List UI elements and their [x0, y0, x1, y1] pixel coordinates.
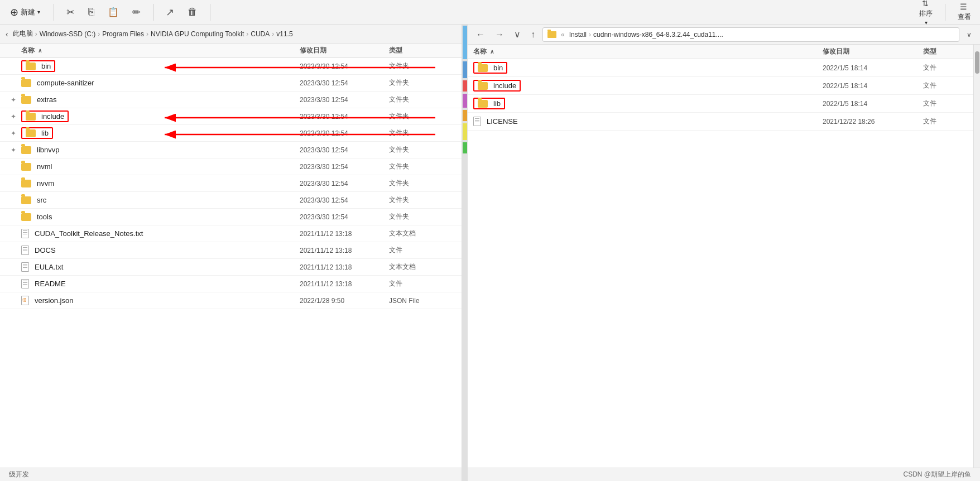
breadcrumb-cuda[interactable]: CUDA: [251, 30, 270, 38]
view-button[interactable]: ☰ 查看: [954, 1, 974, 23]
file-name: EULA.txt: [35, 263, 300, 271]
col-date: 2023/3/30 12:54: [300, 79, 389, 87]
right-col-header-name[interactable]: 名称 ∧: [473, 47, 823, 56]
copy-button[interactable]: ⎘: [85, 5, 98, 19]
folder-icon: [478, 64, 488, 72]
sort-label: 排序: [919, 9, 933, 18]
dropdown-button[interactable]: ∨: [964, 30, 974, 40]
share-button[interactable]: ↗: [162, 5, 177, 20]
paste-button[interactable]: 📋: [104, 6, 122, 18]
table-row[interactable]: bin 2022/1/5 18:14 文件: [468, 59, 973, 77]
col-type: 文件: [389, 246, 456, 255]
file-name: lib: [41, 129, 49, 137]
table-row[interactable]: ✦ libnvvp 2023/3/30 12:54 文件夹: [0, 142, 462, 158]
col-name: lib: [473, 98, 823, 109]
breadcrumb-nvidia[interactable]: NVIDIA GPU Computing Toolkit: [151, 30, 244, 38]
folder-icon: [26, 129, 36, 137]
col-name: nvml: [21, 162, 300, 171]
col-name: bin: [473, 62, 823, 74]
breadcrumb-pc[interactable]: 此电脑: [13, 29, 33, 39]
sort-button[interactable]: ⇅ 排序 ▾: [916, 0, 936, 27]
col-type: 文件: [389, 279, 456, 288]
table-row[interactable]: lib 2022/1/5 18:14 文件: [468, 95, 973, 113]
table-row[interactable]: LICENSE 2021/12/22 18:26 文件: [468, 113, 973, 131]
view-icon: ☰: [960, 2, 967, 11]
table-row[interactable]: ✦ lib 2023/3/30 12:54 文件夹: [0, 125, 462, 142]
table-row[interactable]: ✦ extras 2023/3/30 12:54 文件夹: [0, 92, 462, 108]
col-header-date[interactable]: 修改日期: [300, 46, 389, 55]
file-name: nvvm: [37, 179, 300, 187]
file-name: lib: [493, 99, 501, 108]
new-label: 新建: [21, 7, 35, 17]
table-row[interactable]: EULA.txt 2021/11/12 13:18 文本文档: [0, 259, 462, 276]
table-row[interactable]: tools 2023/3/30 12:54 文件夹: [0, 209, 462, 225]
right-col-header-type[interactable]: 类型: [923, 47, 968, 56]
folder-icon: [478, 100, 488, 108]
col-name: EULA.txt: [21, 262, 300, 272]
chevron-down-icon: ▾: [37, 9, 40, 15]
sort-chevron-name: ∧: [38, 47, 42, 54]
new-button[interactable]: ⊕ 新建 ▾: [6, 4, 45, 21]
col-type: 文件夹: [389, 95, 456, 104]
folder-icon: [21, 146, 31, 154]
table-row[interactable]: bin 2023/3/30 12:54 文件夹: [0, 58, 462, 75]
col-type: 文件夹: [389, 145, 456, 155]
rename-button[interactable]: ✏: [129, 5, 144, 20]
col-header-name[interactable]: 名称 ∧: [21, 46, 300, 55]
table-row[interactable]: src 2023/3/30 12:54 文件夹: [0, 192, 462, 209]
col-type: 文件夹: [389, 112, 456, 121]
col-header-type[interactable]: 类型: [389, 46, 456, 55]
table-row[interactable]: nvml 2023/3/30 12:54 文件夹: [0, 158, 462, 175]
right-scrollbar[interactable]: [973, 45, 980, 468]
table-row[interactable]: README 2021/11/12 13:18 文件: [0, 276, 462, 292]
col-date: 2021/11/12 13:18: [300, 263, 389, 271]
table-row[interactable]: DOCS 2021/11/12 13:18 文件: [0, 242, 462, 259]
breadcrumb-drive[interactable]: Windows-SSD (C:): [40, 30, 96, 38]
col-name: DOCS: [21, 246, 300, 255]
file-name: nvml: [37, 162, 300, 171]
folder-icon: [21, 163, 31, 171]
folder-icon: [21, 96, 31, 104]
col-name: compute-sanitizer: [21, 79, 300, 87]
breadcrumb-programfiles[interactable]: Program Files: [102, 30, 144, 38]
forward-button[interactable]: →: [492, 28, 507, 41]
delete-button[interactable]: 🗑: [184, 5, 201, 19]
table-row[interactable]: CUDA_Toolkit_Release_Notes.txt 2021/11/1…: [0, 225, 462, 242]
divider2: [153, 4, 153, 21]
view-label: 查看: [958, 12, 971, 22]
pin-col: ✦: [6, 96, 21, 104]
up-button[interactable]: ↑: [528, 28, 538, 41]
right-col-header-date[interactable]: 修改日期: [823, 47, 923, 56]
breadcrumb-version[interactable]: v11.5: [276, 30, 292, 38]
down-button[interactable]: ∨: [511, 28, 523, 41]
col-type: JSON File: [389, 297, 456, 305]
right-file-content: 名称 ∧ 修改日期 类型 bin 2022/1/5 18:14 文件 inclu…: [468, 45, 973, 468]
folder-icon: [21, 213, 31, 221]
file-name: version.json: [35, 296, 300, 305]
address-bar[interactable]: « Install › cudnn-windows-x86_64-8.3.2.4…: [542, 27, 959, 42]
copy-icon: ⎘: [88, 6, 94, 18]
rename-icon: ✏: [132, 6, 141, 18]
back-nav-icon[interactable]: ‹: [6, 30, 8, 39]
right-file-header: 名称 ∧ 修改日期 类型: [468, 45, 973, 59]
table-row[interactable]: {{}version.json 2022/1/28 9:50 JSON File: [0, 292, 462, 309]
col-name: src: [21, 196, 300, 204]
table-row[interactable]: nvvm 2023/3/30 12:54 文件夹: [0, 175, 462, 192]
col-date: 2022/1/5 18:14: [823, 82, 923, 90]
table-row[interactable]: compute-sanitizer 2023/3/30 12:54 文件夹: [0, 75, 462, 92]
json-icon: {{}: [21, 296, 29, 305]
col-date: 2023/3/30 12:54: [300, 129, 389, 137]
table-row[interactable]: include 2022/1/5 18:14 文件: [468, 77, 973, 95]
address-install: Install: [569, 31, 587, 39]
table-row[interactable]: ✦ include 2023/3/30 12:54 文件夹: [0, 108, 462, 125]
cut-button[interactable]: ✂: [63, 5, 78, 20]
col-date: 2023/3/30 12:54: [300, 146, 389, 154]
col-date: 2022/1/5 18:14: [823, 100, 923, 108]
col-name: README: [21, 279, 300, 288]
back-button[interactable]: ←: [473, 28, 488, 41]
pin-col: ✦: [6, 113, 21, 121]
col-date: 2022/1/5 18:14: [823, 64, 923, 72]
file-name: bin: [493, 64, 503, 72]
scroll-thumb[interactable]: [975, 51, 979, 74]
col-date: 2021/11/12 13:18: [300, 280, 389, 288]
